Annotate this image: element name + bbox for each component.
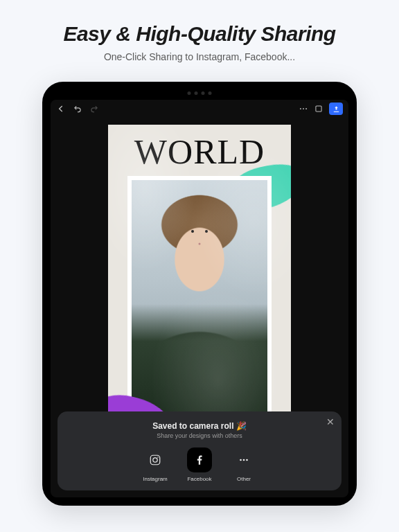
editor-toolbar — [51, 100, 348, 118]
svg-rect-3 — [316, 106, 321, 112]
share-sheet-subtitle: Share your designs with others — [67, 432, 332, 439]
svg-point-6 — [157, 456, 159, 458]
svg-point-0 — [300, 108, 301, 109]
undo-icon[interactable] — [73, 104, 82, 114]
app-screen: WORLD ✕ Saved to camera roll 🎉 Share you… — [51, 100, 348, 497]
export-button[interactable] — [329, 103, 343, 115]
marketing-headline: Easy & High-Quality Sharing — [63, 22, 335, 46]
svg-point-5 — [153, 458, 157, 462]
close-icon[interactable]: ✕ — [326, 417, 335, 427]
svg-point-8 — [243, 459, 245, 461]
svg-point-7 — [240, 459, 242, 461]
layers-icon[interactable] — [314, 104, 323, 114]
share-label: Other — [237, 476, 251, 482]
facebook-icon — [187, 447, 212, 472]
poster-design[interactable]: WORLD — [108, 125, 291, 443]
share-option-instagram[interactable]: Instagram — [143, 447, 168, 482]
instagram-icon — [143, 447, 168, 472]
back-icon[interactable] — [56, 104, 66, 114]
redo-icon[interactable] — [89, 104, 99, 114]
share-option-facebook[interactable]: Facebook — [187, 447, 212, 482]
portrait-photo — [132, 180, 267, 428]
more-icon[interactable] — [299, 104, 308, 114]
share-sheet: ✕ Saved to camera roll 🎉 Share your desi… — [57, 411, 342, 490]
svg-point-1 — [303, 108, 304, 109]
share-sheet-title: Saved to camera roll 🎉 — [67, 421, 332, 431]
svg-point-9 — [246, 459, 248, 461]
marketing-subhead: One-Click Sharing to Instagram, Facebook… — [104, 51, 295, 62]
photo-frame — [127, 176, 272, 432]
svg-rect-4 — [150, 455, 160, 465]
tablet-frame: WORLD ✕ Saved to camera roll 🎉 Share you… — [42, 82, 357, 506]
share-options-row: Instagram Facebook Other — [67, 447, 332, 482]
svg-point-2 — [305, 108, 307, 109]
more-options-icon — [231, 447, 256, 472]
share-label: Facebook — [187, 476, 211, 482]
share-option-other[interactable]: Other — [231, 447, 256, 482]
camera-dots — [188, 91, 212, 95]
share-label: Instagram — [143, 476, 168, 482]
